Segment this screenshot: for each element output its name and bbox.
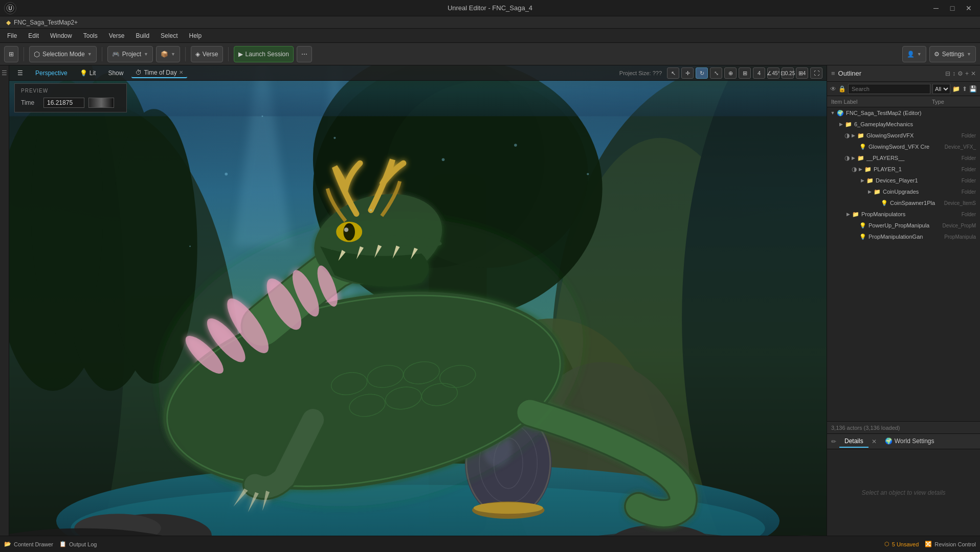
tree-row[interactable]: ◑ ▶ 📁 PLAYER_1 Folder	[827, 164, 980, 175]
tree-row[interactable]: 💡 GlowingSword_VFX Cre Device_VFX_	[827, 141, 980, 152]
menu-window[interactable]: Window	[45, 30, 77, 41]
device-icon: 💡	[859, 233, 867, 241]
tree-item-label: PropManipulationGan	[868, 234, 944, 240]
maximize-button[interactable]: □	[945, 1, 960, 15]
details-close-icon[interactable]: ✕	[872, 438, 877, 445]
user-button[interactable]: 👤 ▼	[902, 46, 926, 62]
tree-row[interactable]: 💡 PowerUp_PropManipula Device_PropM	[827, 220, 980, 231]
visibility-icon[interactable]: ◑	[844, 132, 850, 139]
launch-session-button[interactable]: ▶ Launch Session	[234, 46, 294, 62]
tree-item-label: PLAYER_1	[874, 166, 962, 172]
layout-button[interactable]: ⊞	[4, 46, 18, 62]
output-log-label: Output Log	[69, 541, 97, 547]
perspective-button[interactable]: Perspective	[31, 68, 72, 78]
tree-row[interactable]: ▶ 📁 PropManipulators Folder	[827, 209, 980, 220]
sidebar-toggle[interactable]: ☰	[2, 70, 7, 77]
menu-edit[interactable]: Edit	[23, 30, 44, 41]
tree-row[interactable]: 💡 CoinSpawner1Pla Device_ItemS	[827, 197, 980, 209]
select-tool[interactable]: ↖	[667, 67, 679, 79]
visibility-icon[interactable]: ◑	[844, 154, 850, 162]
tree-row[interactable]: ▶ 📁 CoinUpgrades Folder	[827, 186, 980, 197]
content-drawer-button[interactable]: 📂 Content Drawer	[4, 541, 53, 547]
expander-icon[interactable]: ▶	[857, 166, 864, 173]
settings-icon[interactable]: ⚙	[957, 70, 963, 77]
expander-icon[interactable]: ▶	[859, 177, 866, 184]
outliner-search-input[interactable]	[848, 84, 930, 94]
sort-icon[interactable]: ↕	[952, 70, 955, 77]
outliner-toolbar: 👁 🔒 All 📁 ⬆ 💾	[827, 82, 980, 96]
outliner-tree[interactable]: ▼ 🌍 FNC_Saga_TestMap2 (Editor) ▶ 📁 6_Gam…	[827, 107, 980, 421]
outliner-filter-dropdown[interactable]: All	[932, 84, 950, 94]
project-button[interactable]: 🎮 Project ▼	[107, 46, 153, 62]
tree-row[interactable]: ◑ ▶ 📁 GlowingSwordVFX Folder	[827, 130, 980, 141]
close-button[interactable]: ✕	[962, 1, 976, 15]
unsaved-indicator[interactable]: ⬡ 5 Unsaved	[884, 541, 919, 547]
toolbar-separator-4	[228, 47, 229, 61]
scale-btn[interactable]: ⊡ 0.25	[782, 67, 794, 79]
content-drawer-icon: 📂	[4, 541, 11, 547]
grid-size-btn[interactable]: 4	[753, 67, 765, 79]
revision-label: Revision Control	[934, 541, 976, 547]
tree-row[interactable]: ▶ 📁 Devices_Player1 Folder	[827, 175, 980, 186]
tree-row[interactable]: ◑ ▶ 📁 __PLAYERS__ Folder	[827, 152, 980, 164]
tree-row[interactable]: ▼ 🌍 FNC_Saga_TestMap2 (Editor)	[827, 107, 980, 119]
grid-icon: ⊞	[798, 70, 803, 77]
show-button[interactable]: Show	[104, 68, 127, 78]
fullscreen-btn[interactable]: ⛶	[810, 67, 822, 79]
transform-tool[interactable]: ⊕	[724, 67, 737, 79]
status-right: ⬡ 5 Unsaved 🔀 Revision Control	[884, 541, 976, 547]
viewport-container[interactable]: ☰ Perspective 💡 Lit Show ⏱ Time of Day ✕…	[9, 65, 827, 536]
angle-btn[interactable]: ∠ 45°	[767, 67, 779, 79]
save-icon[interactable]: 💾	[969, 85, 977, 93]
expander-icon[interactable]: ▶	[850, 154, 857, 162]
tod-preview-panel: PREVIEW Time	[14, 83, 127, 112]
tree-row[interactable]: 💡 PropManipulationGan PropManipula	[827, 231, 980, 242]
scale-icon: ⊡	[781, 70, 785, 77]
tree-row[interactable]: ▶ 📁 6_GameplayMechanics	[827, 119, 980, 130]
tod-time-input[interactable]	[43, 98, 84, 108]
hamburger-menu[interactable]: ☰	[13, 68, 27, 78]
tod-close-icon[interactable]: ✕	[179, 70, 183, 75]
folder-icon: 📁	[844, 120, 853, 128]
menu-tools[interactable]: Tools	[78, 30, 103, 41]
world-settings-tab[interactable]: 🌍 World Settings	[880, 435, 940, 448]
visibility-icon[interactable]: ◑	[852, 166, 857, 173]
grid-btn[interactable]: ⊞ 4	[796, 67, 808, 79]
scale-tool[interactable]: ⤡	[710, 67, 722, 79]
content-button[interactable]: 📦 ▼	[156, 46, 180, 62]
import-icon[interactable]: ⬆	[962, 85, 967, 93]
expander-icon[interactable]: ▶	[866, 188, 873, 195]
expander-icon[interactable]: ▶	[844, 211, 852, 218]
add-icon[interactable]: +	[965, 70, 969, 77]
move-tool[interactable]: ✛	[681, 67, 694, 79]
surface-snapping[interactable]: ⊞	[739, 67, 751, 79]
revision-control-button[interactable]: 🔀 Revision Control	[925, 541, 976, 547]
outliner-close-icon[interactable]: ✕	[971, 70, 976, 77]
menu-verse[interactable]: Verse	[104, 30, 130, 41]
rotate-tool[interactable]: ↻	[696, 67, 708, 79]
time-of-day-button[interactable]: ⏱ Time of Day ✕	[131, 68, 187, 78]
tod-color-swatch[interactable]	[88, 98, 114, 108]
selection-mode-button[interactable]: ⬡ Selection Mode ▼	[29, 46, 97, 62]
menu-select[interactable]: Select	[155, 30, 183, 41]
minimize-button[interactable]: ─	[929, 1, 943, 15]
lit-button[interactable]: 💡 Lit	[76, 68, 100, 78]
details-placeholder-text: Select an object to view details	[861, 489, 945, 496]
menu-help[interactable]: Help	[184, 30, 207, 41]
menu-file[interactable]: File	[2, 30, 22, 41]
verse-button[interactable]: ◈ Verse	[191, 46, 223, 62]
output-log-button[interactable]: 📋 Output Log	[59, 541, 97, 547]
filter-icon[interactable]: ⊟	[945, 70, 950, 77]
unreal-engine-logo[interactable]: U	[4, 2, 16, 14]
launch-options-button[interactable]: ⋯	[297, 46, 312, 62]
details-tab[interactable]: Details	[839, 435, 868, 448]
settings-button[interactable]: ⚙ Settings ▼	[929, 46, 976, 62]
expander-icon[interactable]: ▶	[837, 121, 844, 128]
outliner-actions: ⊟ ↕ ⚙ + ✕	[945, 70, 976, 77]
perspective-label: Perspective	[35, 70, 68, 77]
expander-icon[interactable]: ▼	[829, 109, 836, 117]
expander-icon[interactable]: ▶	[850, 132, 857, 139]
create-folder-icon[interactable]: 📁	[952, 85, 960, 93]
outliner-panel: ≡ Outliner ⊟ ↕ ⚙ + ✕ 👁 🔒 All 📁 ⬆	[827, 65, 980, 433]
menu-build[interactable]: Build	[130, 30, 154, 41]
